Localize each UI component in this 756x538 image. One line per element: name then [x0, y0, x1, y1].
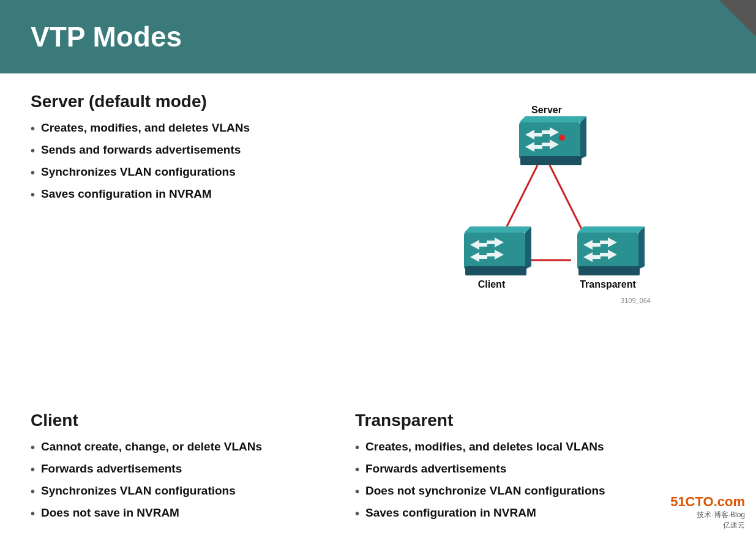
transparent-bullet-4: Saves configuration in NVRAM [355, 505, 722, 522]
server-bullet-1: Creates, modifies, and deletes VLANs [31, 120, 373, 137]
slide: VTP Modes Server (default mode) Creates,… [0, 0, 756, 538]
svg-marker-13 [464, 226, 531, 233]
client-section: Client Cannot create, change, or delete … [31, 411, 331, 532]
svg-rect-15 [465, 266, 526, 275]
transparent-bullet-1: Creates, modifies, and deletes local VLA… [355, 439, 722, 456]
watermark-logo: 51CTO.com [670, 494, 745, 510]
client-bullet-3: Synchronizes VLAN configurations [31, 483, 331, 500]
diagram-svg: Server Client [433, 98, 666, 324]
transparent-section: Transparent Creates, modifies, and delet… [355, 411, 722, 532]
svg-text:3109_064: 3109_064 [621, 297, 651, 304]
svg-rect-6 [520, 156, 582, 165]
slide-title: VTP Modes [31, 20, 182, 53]
client-bullet-4: Does not save in NVRAM [31, 505, 331, 522]
bottom-section: Client Cannot create, change, or delete … [0, 411, 756, 538]
watermark: 51CTO.com 技术·博客·Blog 亿速云 [670, 494, 745, 531]
diagram-area: Server Client [373, 92, 725, 398]
network-diagram: Server Client [433, 98, 666, 331]
client-bullet-2: Forwards advertisements [31, 461, 331, 478]
client-title: Client [31, 411, 331, 430]
svg-marker-4 [519, 116, 586, 122]
server-bullet-4: Saves configuration in NVRAM [31, 186, 373, 203]
transparent-title: Transparent [355, 411, 722, 430]
server-label: Server [531, 105, 562, 115]
watermark-sub2: 亿速云 [670, 520, 745, 531]
transparent-label: Transparent [580, 279, 636, 290]
server-bullet-2: Sends and forwards advertisements [31, 142, 373, 159]
svg-point-11 [559, 135, 565, 141]
svg-rect-23 [578, 266, 640, 275]
server-bullets: Creates, modifies, and deletes VLANs Sen… [31, 120, 373, 203]
client-bullet-1: Cannot create, change, or delete VLANs [31, 439, 331, 456]
watermark-sub1: 技术·博客·Blog [670, 510, 745, 520]
transparent-bullet-2: Forwards advertisements [355, 461, 722, 478]
server-section: Server (default mode) Creates, modifies,… [31, 92, 373, 398]
client-label: Client [477, 279, 505, 290]
svg-marker-5 [580, 116, 586, 159]
svg-marker-14 [525, 226, 531, 269]
server-bullet-3: Synchronizes VLAN configurations [31, 164, 373, 181]
transparent-bullet-3: Does not synchronize VLAN configurations [355, 483, 722, 500]
client-bullets: Cannot create, change, or delete VLANs F… [31, 439, 331, 522]
svg-marker-22 [638, 226, 645, 269]
svg-marker-21 [577, 226, 645, 233]
corner-decoration [719, 0, 756, 37]
slide-header: VTP Modes [0, 0, 756, 73]
main-content: Server (default mode) Creates, modifies,… [0, 73, 756, 411]
transparent-bullets: Creates, modifies, and deletes local VLA… [355, 439, 722, 522]
server-title: Server (default mode) [31, 92, 373, 111]
